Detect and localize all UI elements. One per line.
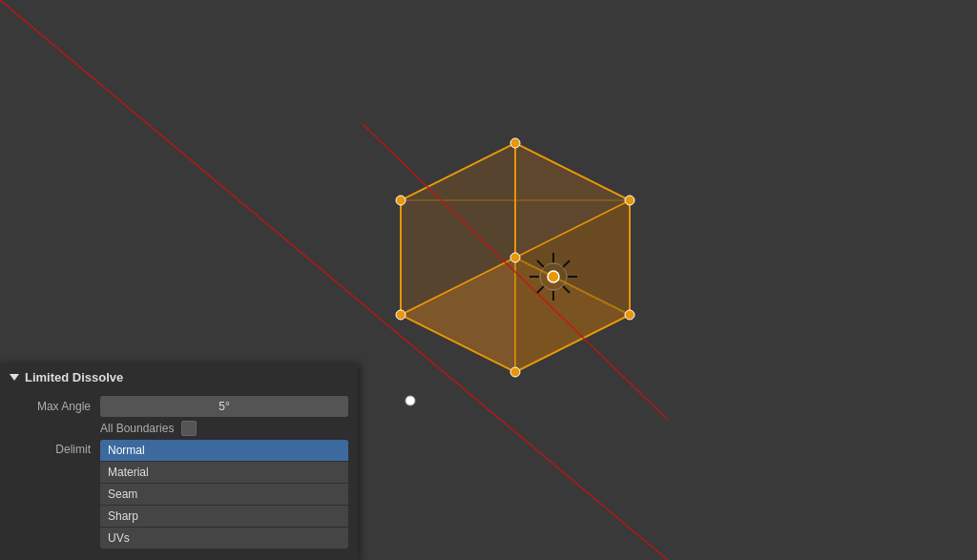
svg-point-17 [625, 196, 634, 205]
panel-body: Max Angle All Boundaries Delimit NormalM… [0, 392, 358, 552]
max-angle-input[interactable] [100, 396, 348, 417]
delimit-item-material[interactable]: Material [100, 462, 348, 483]
max-angle-row: Max Angle [10, 396, 348, 417]
limited-dissolve-panel: Limited Dissolve Max Angle All Boundarie… [0, 363, 358, 560]
all-boundaries-label: All Boundaries [100, 422, 174, 435]
svg-point-33 [405, 396, 415, 405]
delimit-item-sharp[interactable]: Sharp [100, 506, 348, 527]
delimit-item-uvs[interactable]: UVs [100, 528, 348, 549]
delimit-item-seam[interactable]: Seam [100, 484, 348, 505]
svg-point-16 [510, 138, 520, 148]
svg-point-21 [396, 196, 405, 205]
all-boundaries-checkbox[interactable] [181, 421, 197, 436]
max-angle-label: Max Angle [10, 400, 100, 413]
svg-point-24 [548, 271, 559, 282]
svg-point-20 [396, 310, 405, 320]
delimit-label: Delimit [10, 440, 100, 456]
all-boundaries-row: All Boundaries [10, 421, 348, 436]
panel-header[interactable]: Limited Dissolve [0, 363, 358, 392]
delimit-row: Delimit NormalMaterialSeamSharpUVs [10, 440, 348, 549]
svg-point-18 [625, 310, 634, 320]
svg-point-22 [510, 253, 520, 262]
cube-3d [363, 124, 668, 420]
panel-title: Limited Dissolve [25, 370, 123, 384]
delimit-item-normal[interactable]: Normal [100, 440, 348, 461]
svg-point-19 [510, 367, 520, 377]
delimit-list: NormalMaterialSeamSharpUVs [100, 440, 348, 549]
collapse-icon [10, 374, 19, 381]
